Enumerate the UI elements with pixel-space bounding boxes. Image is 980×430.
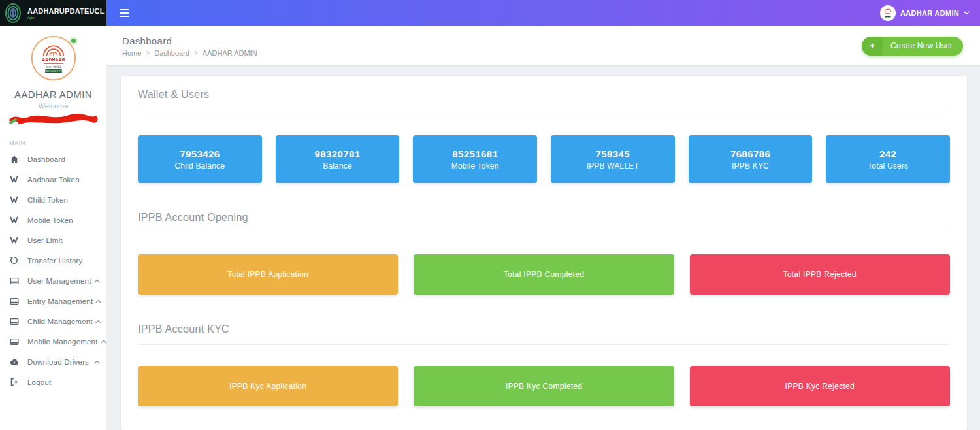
sidebar-item-label: Entry Management <box>27 297 93 305</box>
status-card-ippb-kyc-application[interactable]: IPPB Kyc Application <box>138 366 398 406</box>
sidebar-item-child-token[interactable]: Child Token <box>0 190 106 210</box>
sidebar-item-label: Child Management <box>27 318 93 325</box>
topbar: आधार AADHAR ADMIN <box>106 0 980 26</box>
sidebar-item-label: User Management <box>27 277 91 285</box>
stat-label: Mobile Token <box>451 161 499 171</box>
status-card-total-ippb-application[interactable]: Total IPPB Application <box>138 254 398 295</box>
status-card-label: IPPB Kyc Rejected <box>785 382 855 391</box>
sidebar-nav: DashboardAadhaar TokenChild TokenMobile … <box>0 149 106 392</box>
stat-label: IPPB WALLET <box>587 161 639 171</box>
sidebar: AADHARUPDATEUCL Apu AADHAAR आधार सेवा के… <box>0 0 106 430</box>
chevron-up-icon <box>101 340 106 344</box>
status-card-label: IPPB Kyc Completed <box>506 382 582 391</box>
stat-value: 758345 <box>596 148 630 159</box>
sidebar-item-download-drivers[interactable]: Download Drivers <box>0 352 106 372</box>
home-icon <box>9 154 19 164</box>
breadcrumb-separator: > <box>146 49 150 56</box>
stat-label: Balance <box>323 161 352 171</box>
sidebar-item-user-management[interactable]: User Management <box>0 271 106 291</box>
stat-label: Child Balance <box>175 161 225 171</box>
wallet-icon <box>9 215 19 225</box>
sidebar-item-logout[interactable]: Logout <box>0 372 106 392</box>
wallet-icon <box>9 174 19 184</box>
online-badge <box>69 37 78 45</box>
section-ippb-kyc: IPPB Account KYC IPPB Kyc ApplicationIPP… <box>138 323 950 406</box>
hamburger-menu-icon[interactable] <box>117 7 132 20</box>
main-column: आधार AADHAR ADMIN Dashboard Home>Dashboa… <box>106 0 980 430</box>
breadcrumb-item[interactable]: Dashboard <box>154 49 189 57</box>
card-icon <box>9 316 19 326</box>
profile-welcome-text: Welcome <box>0 102 106 110</box>
app-root: AADHARUPDATEUCL Apu AADHAAR आधार सेवा के… <box>0 0 980 430</box>
dashboard-panel: Wallet & Users 7953426Child Balance98320… <box>121 76 967 430</box>
section-ippb-opening: IPPB Account Opening Total IPPB Applicat… <box>138 212 950 295</box>
ippb-opening-card-row: Total IPPB ApplicationTotal IPPB Complet… <box>138 254 950 295</box>
section-title-ippb-kyc: IPPB Account KYC <box>138 323 950 345</box>
stat-card-ippb-wallet[interactable]: 758345IPPB WALLET <box>551 135 675 183</box>
red-scribble-mark <box>8 111 99 128</box>
status-card-total-ippb-completed[interactable]: Total IPPB Completed <box>414 254 674 295</box>
sidebar-item-user-limit[interactable]: User Limit <box>0 230 106 250</box>
chevron-up-icon <box>94 279 100 283</box>
sidebar-item-label: Download Drivers <box>27 358 91 366</box>
sidebar-item-label: Mobile Management <box>27 338 98 346</box>
sidebar-item-dashboard[interactable]: Dashboard <box>0 149 106 169</box>
wallet-icon <box>9 195 19 205</box>
sidebar-item-transfer-history[interactable]: Transfer History <box>0 250 106 271</box>
create-new-user-label: Create New User <box>883 41 963 50</box>
brand-title: AADHARUPDATEUCL <box>27 7 105 15</box>
user-avatar: आधार <box>880 5 896 21</box>
status-card-total-ippb-rejected[interactable]: Total IPPB Rejected <box>690 254 950 295</box>
logout-icon <box>9 377 19 387</box>
stat-card-mobile-token[interactable]: 85251681Mobile Token <box>413 135 537 183</box>
stat-label: Total Users <box>868 161 908 171</box>
ippb-kyc-card-row: IPPB Kyc ApplicationIPPB Kyc CompletedIP… <box>138 366 950 406</box>
sidebar-item-label: Aadhaar Token <box>27 176 100 184</box>
stat-value: 7686786 <box>730 148 770 159</box>
breadcrumb-item: AADHAR ADMIN <box>203 49 257 57</box>
brand-banner[interactable]: AADHARUPDATEUCL Apu <box>0 0 106 26</box>
sidebar-item-label: Transfer History <box>27 257 100 265</box>
status-card-label: Total IPPB Rejected <box>783 270 857 279</box>
sidebar-item-aadhaar-token[interactable]: Aadhaar Token <box>0 169 106 190</box>
sidebar-item-mobile-management[interactable]: Mobile Management <box>0 331 106 352</box>
status-card-label: Total IPPB Application <box>227 270 308 279</box>
brand-text: AADHARUPDATEUCL Apu <box>27 7 105 20</box>
breadcrumb-item[interactable]: Home <box>122 49 141 57</box>
topbar-user-menu[interactable]: आधार AADHAR ADMIN <box>880 5 970 21</box>
stat-card-ippb-kyc[interactable]: 7686786IPPB KYC <box>689 135 813 183</box>
content-area: Wallet & Users 7953426Child Balance98320… <box>106 65 980 430</box>
chevron-down-icon <box>964 11 970 15</box>
history-icon <box>9 256 19 265</box>
card-icon <box>9 296 19 306</box>
page-header: Dashboard Home>Dashboard>AADHAR ADMIN + … <box>106 26 980 65</box>
status-card-label: IPPB Kyc Application <box>229 382 306 391</box>
create-new-user-button[interactable]: + Create New User <box>862 37 963 56</box>
sidebar-item-entry-management[interactable]: Entry Management <box>0 291 106 311</box>
chevron-up-icon <box>95 320 101 323</box>
page-title: Dashboard <box>122 35 257 46</box>
topbar-user-name: AADHAR ADMIN <box>900 9 959 17</box>
status-card-ippb-kyc-completed[interactable]: IPPB Kyc Completed <box>414 366 674 406</box>
stat-card-total-users[interactable]: 242Total Users <box>826 135 950 183</box>
stat-card-child-balance[interactable]: 7953426Child Balance <box>138 135 262 183</box>
wallet-icon <box>9 235 19 245</box>
status-card-ippb-kyc-rejected[interactable]: IPPB Kyc Rejected <box>690 366 950 406</box>
plus-icon: + <box>862 37 883 56</box>
sidebar-item-mobile-token[interactable]: Mobile Token <box>0 210 106 230</box>
stat-value: 7953426 <box>180 148 220 159</box>
status-card-label: Total IPPB Completed <box>504 270 584 279</box>
sidebar-item-child-management[interactable]: Child Management <box>0 311 106 331</box>
svg-text:आधार: आधार <box>885 12 890 15</box>
stat-value: 85251681 <box>452 148 498 159</box>
brand-subtitle: Apu <box>27 16 105 20</box>
wallet-users-card-row: 7953426Child Balance98320781Balance85251… <box>138 135 950 183</box>
svg-text:AADHAAR: AADHAAR <box>42 58 65 62</box>
chevron-up-icon <box>94 360 100 364</box>
breadcrumb: Home>Dashboard>AADHAR ADMIN <box>122 49 257 57</box>
page-header-left: Dashboard Home>Dashboard>AADHAR ADMIN <box>122 35 257 57</box>
card-icon <box>9 276 19 286</box>
nav-section-label: MAIN <box>0 128 106 149</box>
aadhaar-avatar: AADHAAR आधार सेवा केंद्र ONLINE VERIFY P… <box>31 35 76 81</box>
stat-card-balance[interactable]: 98320781Balance <box>276 135 400 183</box>
